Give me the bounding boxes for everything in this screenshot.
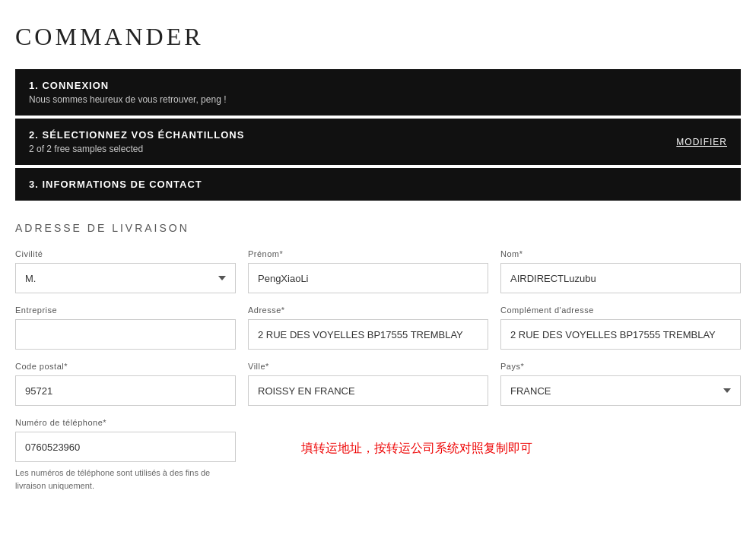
pays-group: Pays* FRANCE BELGIQUE SUISSE LUXEMBOURG — [500, 362, 741, 406]
section-echantillons-title: 2. SÉLECTIONNEZ VOS ÉCHANTILLONS — [29, 129, 244, 141]
ville-label: Ville* — [248, 362, 488, 371]
adresse-group: Adresse* — [248, 305, 488, 350]
section-echantillons[interactable]: 2. SÉLECTIONNEZ VOS ÉCHANTILLONS 2 of 2 … — [15, 119, 741, 165]
prenom-input[interactable] — [248, 263, 488, 293]
complement-label: Complément d'adresse — [500, 305, 741, 315]
section-contact-title: 3. INFORMATIONS DE CONTACT — [29, 179, 727, 190]
code-postal-input[interactable] — [15, 375, 236, 406]
page-title: COMMANDER — [15, 23, 741, 51]
civilite-group: Civilité M. Mme — [15, 249, 236, 293]
section-connexion-subtitle: Nous sommes heureux de vous retrouver, p… — [29, 94, 727, 105]
civilite-label: Civilité — [15, 249, 236, 258]
telephone-input[interactable] — [15, 432, 236, 462]
nom-label: Nom* — [500, 249, 741, 258]
prenom-group: Prénom* — [248, 249, 488, 293]
code-postal-label: Code postal* — [15, 362, 236, 371]
ville-input[interactable] — [248, 375, 488, 406]
address-section-title: ADRESSE DE LIVRAISON — [15, 222, 741, 234]
telephone-group: Numéro de téléphone* — [15, 418, 236, 462]
entreprise-input[interactable] — [15, 319, 236, 350]
section-connexion[interactable]: 1. CONNEXION Nous sommes heureux de vous… — [15, 69, 741, 116]
telephone-label: Numéro de téléphone* — [15, 418, 236, 427]
pays-label: Pays* — [500, 362, 741, 371]
modifier-link[interactable]: MODIFIER — [676, 137, 727, 147]
section-echantillons-subtitle: 2 of 2 free samples selected — [29, 144, 244, 154]
section-connexion-title: 1. CONNEXION — [29, 80, 727, 91]
complement-input[interactable] — [500, 319, 741, 350]
pays-select[interactable]: FRANCE BELGIQUE SUISSE LUXEMBOURG — [500, 375, 741, 406]
complement-group: Complément d'adresse — [500, 305, 741, 350]
ville-group: Ville* — [248, 362, 488, 406]
prenom-label: Prénom* — [248, 249, 488, 258]
civilite-select[interactable]: M. Mme — [15, 263, 236, 293]
nom-input[interactable] — [500, 263, 741, 293]
entreprise-group: Entreprise — [15, 305, 236, 350]
code-postal-group: Code postal* — [15, 362, 236, 406]
section-contact[interactable]: 3. INFORMATIONS DE CONTACT — [15, 168, 741, 201]
nom-group: Nom* — [500, 249, 741, 293]
entreprise-label: Entreprise — [15, 305, 236, 315]
adresse-label: Adresse* — [248, 305, 488, 315]
phone-note: Les numéros de téléphone sont utilisés à… — [15, 467, 236, 492]
annotation-text: 填转运地址，按转运公司系统对照复制即可 — [294, 418, 741, 457]
adresse-input[interactable] — [248, 319, 488, 350]
